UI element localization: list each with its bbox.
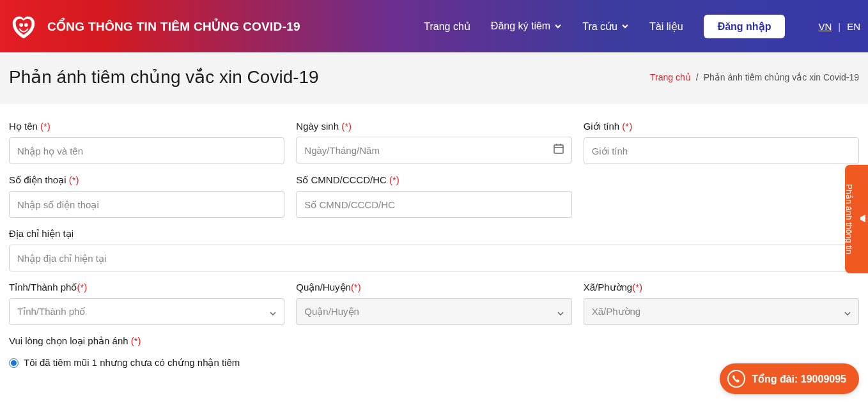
brand-title: CỔNG THÔNG TIN TIÊM CHỦNG COVID-19 [47,19,300,34]
page-title: Phản ánh tiêm chủng vắc xin Covid-19 [9,66,319,87]
hotline-button[interactable]: Tổng đài: 19009095 [720,363,859,394]
label-dob: Ngày sinh (*) [296,121,571,132]
titlebar: Phản ánh tiêm chủng vắc xin Covid-19 Tra… [0,52,868,104]
breadcrumb-sep: / [696,72,699,82]
caret-down-icon [270,307,276,317]
district-select[interactable]: Quận/Huyện [296,298,571,325]
label-gender: Giới tính (*) [584,121,859,132]
label-address: Địa chỉ hiện tại [9,228,859,240]
radio-opt1-input[interactable] [9,358,19,368]
login-button[interactable]: Đăng nhập [704,15,786,38]
lang-vn[interactable]: VN [818,21,832,32]
phone-input[interactable] [9,191,284,218]
label-reflect-type: Vui lòng chọn loại phản ánh (*) [9,335,859,347]
field-idnum: Số CMND/CCCD/HC (*) [296,174,571,218]
province-select[interactable]: Tỉnh/Thành phố [9,298,284,325]
breadcrumb-current: Phản ánh tiêm chủng vắc xin Covid-19 [704,72,859,82]
megaphone-icon [859,213,869,225]
hotline-text: Tổng đài: 19009095 [752,373,846,385]
field-address: Địa chỉ hiện tại [9,228,859,271]
field-gender: Giới tính (*) [584,121,859,164]
label-idnum: Số CMND/CCCD/HC (*) [296,174,571,186]
label-ward: Xã/Phường(*) [584,282,859,293]
phone-icon [727,370,745,388]
logo-wrap: CỔNG THÔNG TIN TIÊM CHỦNG COVID-19 [9,11,300,41]
caret-down-icon [844,307,851,317]
logo [9,11,38,41]
breadcrumb: Trang chủ / Phản ánh tiêm chủng vắc xin … [650,72,859,82]
label-fullname: Họ tên (*) [9,121,284,132]
field-dob: Ngày sinh (*) [296,121,571,164]
spacer [584,174,859,218]
feedback-side-tab[interactable]: Phản ánh thông tin [845,165,868,273]
svg-point-0 [19,23,23,27]
form: Họ tên (*) Ngày sinh (*) Giới tính (*) S… [0,104,868,369]
main-nav: Trang chủ Đăng ký tiêm Tra cứu Tài liệu … [424,15,860,38]
ward-select[interactable]: Xã/Phường [584,298,859,325]
breadcrumb-home[interactable]: Trang chủ [650,72,691,82]
field-province: Tỉnh/Thành phố(*) Tỉnh/Thành phố [9,282,284,325]
chevron-down-icon [554,22,562,30]
label-district: Quận/Huyện(*) [296,282,571,293]
nav-lookup[interactable]: Tra cứu [582,20,629,33]
lang-sep: | [838,21,841,32]
label-province: Tỉnh/Thành phố(*) [9,282,284,293]
field-fullname: Họ tên (*) [9,121,284,164]
header: CỔNG THÔNG TIN TIÊM CHỦNG COVID-19 Trang… [0,0,868,52]
radio-opt1-label[interactable]: Tôi đã tiêm mũi 1 nhưng chưa có chứng nh… [24,357,240,369]
nav-register[interactable]: Đăng ký tiêm [491,20,562,32]
dob-input[interactable] [296,137,571,163]
lang-en[interactable]: EN [847,21,860,32]
chevron-down-icon [621,22,629,30]
gender-input[interactable] [584,137,859,164]
field-ward: Xã/Phường(*) Xã/Phường [584,282,859,325]
field-district: Quận/Huyện(*) Quận/Huyện [296,282,571,325]
caret-down-icon [557,307,564,317]
heart-shield-icon [9,11,38,41]
language-switch: VN | EN [818,21,860,32]
svg-point-1 [24,23,28,27]
fullname-input[interactable] [9,137,284,164]
idnum-input[interactable] [296,191,571,218]
label-phone: Số điện thoại (*) [9,174,284,186]
nav-docs[interactable]: Tài liệu [649,20,683,33]
field-phone: Số điện thoại (*) [9,174,284,218]
nav-home[interactable]: Trang chủ [424,20,470,33]
address-input[interactable] [9,245,859,271]
